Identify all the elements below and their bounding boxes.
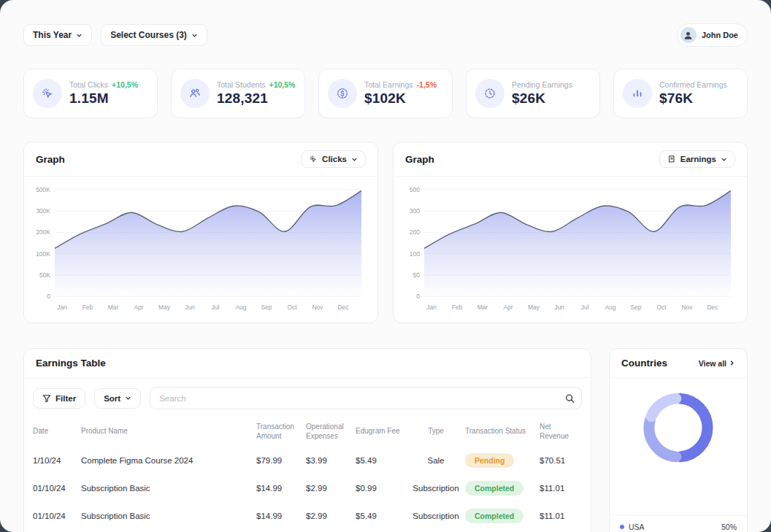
user-name: John Doe	[702, 31, 738, 39]
svg-text:Jun: Jun	[185, 304, 195, 311]
chevron-down-icon	[721, 156, 727, 163]
sort-label: Sort	[104, 394, 120, 403]
svg-text:Mar: Mar	[477, 304, 488, 311]
users-icon	[180, 79, 210, 108]
table-cell: $14.99	[256, 505, 303, 527]
table-cell: $11.01	[540, 505, 582, 527]
stat-value: $26K	[512, 90, 572, 107]
sort-button[interactable]: Sort	[94, 388, 141, 409]
search-input[interactable]	[150, 387, 582, 409]
svg-text:300K: 300K	[36, 207, 50, 215]
courses-filter-button[interactable]: Select Courses (3)	[101, 24, 207, 46]
graph-card-clicks: Graph Clicks 500K300K200K100K50K0JanFebM…	[23, 142, 378, 323]
table-cell: Sale	[410, 450, 462, 471]
table-cell: $3.99	[306, 450, 353, 471]
column-header: Edugram Fee	[356, 427, 407, 436]
status-badge: Pending	[465, 447, 537, 474]
svg-text:Oct: Oct	[656, 304, 667, 311]
column-header: Transaction Status	[465, 427, 537, 436]
year-filter-label: This Year	[33, 30, 72, 40]
table-cell: Subscription	[410, 477, 462, 499]
year-filter-button[interactable]: This Year	[23, 24, 92, 46]
svg-text:50K: 50K	[39, 271, 50, 279]
graph-card-earnings: Graph Earnings 500300200100500JanFebMarA…	[393, 142, 748, 323]
view-all-label: View all	[699, 359, 726, 368]
column-header: Operational Expenses	[306, 423, 353, 441]
stat-cards-row: Total Clicks +10,5% 1.15M Total Students…	[23, 69, 748, 118]
svg-text:Apr: Apr	[134, 304, 143, 311]
graph-metric-label: Clicks	[322, 155, 347, 163]
stat-label: Total Earnings	[364, 80, 413, 89]
chevron-right-icon	[729, 360, 735, 366]
column-header: Net Revenue	[540, 423, 582, 441]
avatar	[680, 27, 697, 43]
countries-donut-chart	[610, 378, 747, 515]
stat-value: $76K	[659, 90, 727, 107]
svg-text:Sep: Sep	[630, 304, 641, 311]
graph-title: Graph	[36, 154, 65, 165]
legend-country: USA	[620, 523, 645, 531]
graphs-row: Graph Clicks 500K300K200K100K50K0JanFebM…	[23, 142, 748, 323]
status-badge: Completed	[465, 474, 537, 502]
earnings-table: Date Product Name Transaction Amount Ope…	[24, 418, 591, 532]
svg-text:50: 50	[413, 271, 421, 279]
svg-text:Apr: Apr	[503, 304, 513, 311]
svg-text:Jul: Jul	[212, 304, 220, 311]
svg-text:May: May	[528, 304, 540, 311]
svg-text:Jan: Jan	[426, 304, 437, 311]
graph-metric-select-earnings[interactable]: Earnings	[659, 150, 735, 168]
stat-label: Total Clicks	[69, 80, 108, 89]
table-row[interactable]: 1/10/24Complete Figma Course 2024$79.99$…	[33, 447, 582, 474]
svg-text:Jan: Jan	[57, 304, 67, 311]
svg-text:Sep: Sep	[261, 304, 272, 311]
svg-text:100: 100	[410, 250, 420, 258]
table-row[interactable]: 01/10/24Subscription Basic$14.99$2.99$5.…	[33, 502, 582, 530]
table-cell: $11.01	[540, 477, 582, 499]
stat-delta: +10,5%	[112, 80, 138, 89]
search-icon[interactable]	[565, 393, 575, 403]
svg-text:0: 0	[416, 293, 420, 300]
view-all-button[interactable]: View all	[699, 359, 735, 368]
svg-text:Nov: Nov	[681, 304, 693, 311]
table-cell: 01/10/24	[33, 505, 78, 527]
table-cell: Subscription	[410, 505, 462, 527]
svg-text:500: 500	[410, 186, 420, 193]
earnings-table-title: Earnings Table	[36, 358, 106, 369]
table-cell: Subscription Basic	[81, 505, 253, 527]
stat-delta: +10,5%	[269, 80, 296, 89]
svg-text:Jun: Jun	[554, 304, 564, 311]
chevron-down-icon	[125, 395, 131, 401]
table-cell: $0.99	[356, 477, 407, 499]
table-row[interactable]: 01/10/24Subscription Basic$14.99$2.99$0.…	[33, 474, 582, 502]
table-cell: $2.99	[306, 477, 353, 499]
table-cell: 1/10/24	[33, 450, 78, 471]
countries-title: Countries	[621, 358, 667, 369]
cursor-click-icon	[309, 155, 318, 163]
stat-card-total-students: Total Students +10,5% 128,321	[171, 69, 305, 118]
svg-text:0: 0	[47, 293, 50, 300]
chevron-down-icon	[76, 32, 83, 39]
area-chart-earnings: 500300200100500JanFebMarAprMayJunJulAugS…	[394, 177, 747, 323]
svg-text:200: 200	[410, 228, 420, 236]
filter-icon	[42, 394, 51, 403]
stat-card-pending-earnings: Pending Earnings $26K	[466, 69, 600, 118]
svg-text:500K: 500K	[36, 186, 50, 193]
user-menu[interactable]: John Doe	[677, 23, 748, 47]
column-header: Type	[410, 427, 462, 436]
receipt-icon	[667, 155, 676, 163]
status-badge: Completed	[465, 502, 537, 530]
graph-metric-select-clicks[interactable]: Clicks	[301, 150, 366, 168]
filter-button[interactable]: Filter	[33, 388, 85, 409]
earnings-table-card: Earnings Table Filter Sort	[23, 348, 591, 532]
table-cell: $5.49	[356, 505, 407, 527]
legend-item[interactable]: USA 50%	[610, 515, 747, 532]
legend-dot-icon	[620, 525, 624, 529]
svg-text:Aug: Aug	[605, 304, 615, 311]
clock-icon	[475, 79, 505, 108]
table-cell: 01/10/24	[33, 477, 78, 499]
svg-text:200K: 200K	[36, 228, 50, 236]
table-cell: $79.99	[256, 450, 303, 471]
filter-label: Filter	[55, 394, 76, 403]
stat-card-confirmed-earnings: Confirmed Earnings $76K	[613, 69, 748, 118]
graph-title: Graph	[405, 154, 434, 165]
